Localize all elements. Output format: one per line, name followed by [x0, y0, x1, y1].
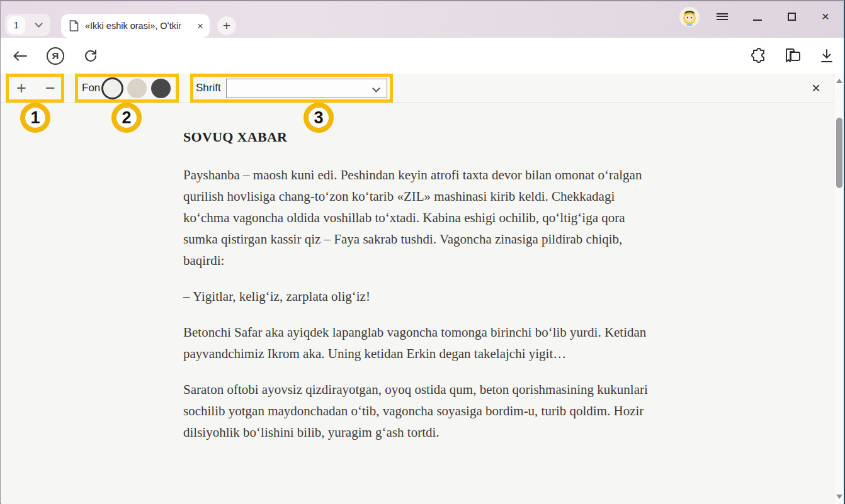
- annotation-rect-background: [75, 74, 179, 103]
- yandex-logo-icon: Я: [47, 47, 64, 65]
- scroll-up-icon[interactable]: [836, 79, 842, 83]
- collections-button[interactable]: [781, 38, 804, 74]
- annotation-badge-3: 3: [303, 103, 334, 133]
- yandex-button[interactable]: Я: [45, 38, 66, 74]
- book-content-area: SOVUQ XABAR Payshanba – maosh kuni edi. …: [1, 103, 834, 504]
- collections-icon: [784, 48, 802, 64]
- maximize-icon: [788, 13, 796, 21]
- tab-count[interactable]: 1: [8, 16, 25, 34]
- tab-close-icon[interactable]: ×: [197, 21, 203, 31]
- tab-list-button[interactable]: 1: [5, 14, 50, 36]
- browser-window: 1 «Ikki eshik orasi», Oʻtkir × +: [0, 0, 845, 504]
- paragraph: – Yigitlar, keligʻiz, zarplata oligʻiz!: [183, 286, 654, 307]
- back-arrow-icon: [13, 51, 27, 61]
- extensions-button[interactable]: [747, 38, 770, 74]
- downloads-button[interactable]: [815, 38, 838, 74]
- back-button[interactable]: [9, 38, 31, 74]
- annotation-rect-font: [190, 74, 393, 103]
- page-icon: [69, 20, 79, 31]
- paragraph: Saraton oftobi ayovsiz qizdirayotgan, oy…: [183, 379, 654, 443]
- annotation-rect-zoom: [6, 74, 64, 103]
- minimize-button[interactable]: [744, 1, 771, 31]
- chapter-heading: SOVUQ XABAR: [183, 129, 654, 145]
- menu-button[interactable]: [708, 1, 736, 31]
- puzzle-icon: [751, 48, 767, 64]
- paragraph: Betonchi Safar aka ayiqdek lapanglab vag…: [183, 322, 654, 364]
- reload-button[interactable]: [80, 38, 101, 74]
- maximize-button[interactable]: [778, 1, 805, 31]
- user-avatar[interactable]: [679, 7, 700, 27]
- new-tab-button[interactable]: +: [217, 16, 236, 35]
- reload-icon: [84, 49, 98, 63]
- scroll-down-icon[interactable]: [836, 495, 842, 499]
- browser-toolbar: Я www.litres.ru «Ikki eshik orasi», Oʻtk…: [1, 38, 844, 74]
- tab-active[interactable]: «Ikki eshik orasi», Oʻtkir ×: [61, 14, 210, 38]
- tab-title: «Ikki eshik orasi», Oʻtkir: [85, 21, 193, 31]
- scrollbar[interactable]: [834, 74, 844, 504]
- chevron-down-icon: [35, 20, 43, 28]
- scrollbar-thumb[interactable]: [836, 118, 842, 188]
- download-icon: [820, 48, 834, 64]
- paragraph: Payshanba – maosh kuni edi. Peshindan ke…: [183, 164, 654, 271]
- annotation-badge-2: 2: [111, 103, 142, 133]
- reader-toolbar-close-button[interactable]: ×: [807, 79, 825, 98]
- minimize-icon: [753, 20, 762, 21]
- hamburger-icon: [717, 11, 728, 21]
- titlebar: 1 «Ikki eshik orasi», Oʻtkir × +: [1, 1, 844, 38]
- book-text: SOVUQ XABAR Payshanba – maosh kuni edi. …: [183, 129, 654, 457]
- window-close-button[interactable]: ×: [812, 1, 839, 31]
- annotation-badge-1: 1: [20, 103, 50, 133]
